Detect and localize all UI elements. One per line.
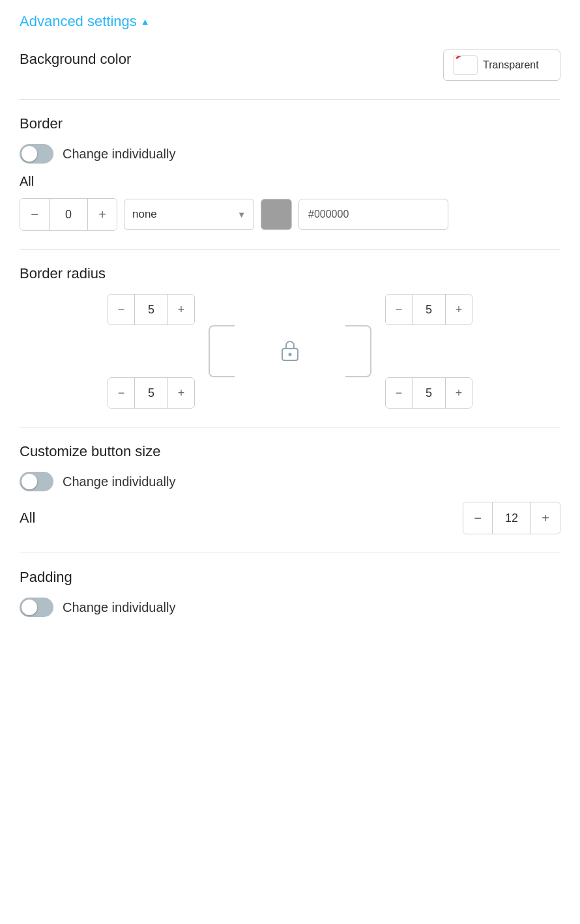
- dropdown-arrow-icon: ▼: [237, 210, 246, 220]
- radius-bottom-right-stepper: − +: [385, 377, 472, 409]
- corner-tr-decoration: [345, 325, 371, 351]
- radius-top-row: − + − +: [108, 294, 472, 325]
- advanced-settings-toggle[interactable]: Advanced settings ▲: [20, 13, 560, 30]
- corner-br-decoration: [345, 351, 371, 377]
- border-width-increment[interactable]: +: [88, 199, 117, 230]
- customize-size-toggle[interactable]: [20, 472, 53, 491]
- corner-tl-decoration: [209, 325, 235, 351]
- border-controls: − + none ▼: [20, 198, 560, 231]
- customize-size-increment[interactable]: +: [531, 502, 560, 534]
- border-section: Border Change individually All − + none …: [20, 115, 560, 231]
- padding-change-individually-toggle[interactable]: [20, 598, 53, 617]
- radius-bottom-row: − + − +: [108, 377, 472, 409]
- radius-bottom-right-increment[interactable]: +: [446, 378, 472, 408]
- radius-bottom-left-input[interactable]: [134, 378, 168, 408]
- border-radius-section: Border radius − + − +: [20, 265, 560, 409]
- divider-4: [20, 553, 560, 553]
- border-change-individually-toggle[interactable]: [20, 144, 53, 164]
- customize-size-stepper: − +: [463, 502, 560, 534]
- radius-top-right-stepper: − +: [385, 294, 472, 325]
- border-width-decrement[interactable]: −: [20, 199, 49, 230]
- divider-2: [20, 249, 560, 250]
- background-color-value: Transparent: [483, 59, 539, 71]
- background-color-picker[interactable]: Transparent: [443, 50, 560, 81]
- padding-section: Padding Change individually: [20, 569, 560, 617]
- border-radius-label: Border radius: [20, 265, 560, 282]
- border-width-stepper: − +: [20, 198, 117, 231]
- radius-lock-icon[interactable]: [280, 338, 300, 364]
- radius-middle: [108, 325, 472, 377]
- radius-top-right-increment[interactable]: +: [446, 295, 472, 325]
- border-color-swatch[interactable]: [261, 199, 292, 230]
- divider-3: [20, 427, 560, 427]
- corner-bl-decoration: [209, 351, 235, 377]
- svg-point-1: [289, 353, 292, 356]
- radius-bottom-right-input[interactable]: [412, 378, 446, 408]
- radius-top-right-decrement[interactable]: −: [386, 295, 412, 325]
- radius-bottom-left-increment[interactable]: +: [168, 378, 194, 408]
- border-section-label: Border: [20, 115, 560, 132]
- transparent-swatch: [453, 55, 478, 75]
- customize-size-decrement[interactable]: −: [463, 502, 492, 534]
- customize-button-size-label: Customize button size: [20, 443, 560, 460]
- border-change-individually-label: Change individually: [63, 147, 175, 162]
- background-color-section: Background color Transparent: [20, 50, 560, 81]
- padding-change-individually-label: Change individually: [63, 600, 175, 615]
- advanced-settings-arrow: ▲: [141, 16, 150, 27]
- radius-top-right-input[interactable]: [412, 295, 446, 325]
- border-style-dropdown[interactable]: none ▼: [124, 199, 254, 230]
- background-color-label: Background color: [20, 51, 131, 68]
- radius-top-left-input[interactable]: [134, 295, 168, 325]
- border-radius-layout: − + − +: [108, 294, 472, 409]
- border-toggle-row: Change individually: [20, 144, 560, 164]
- customize-size-all-row: All − +: [20, 502, 560, 534]
- border-all-label: All: [20, 174, 560, 189]
- divider-1: [20, 99, 560, 100]
- radius-bottom-left-stepper: − +: [108, 377, 195, 409]
- border-width-input[interactable]: [49, 199, 88, 230]
- border-color-hex-input[interactable]: [298, 199, 448, 230]
- radius-top-left-stepper: − +: [108, 294, 195, 325]
- customize-size-toggle-row: Change individually: [20, 472, 560, 491]
- customize-size-toggle-label: Change individually: [63, 474, 175, 489]
- background-color-row: Background color Transparent: [20, 50, 560, 81]
- advanced-settings-label: Advanced settings: [20, 13, 137, 30]
- radius-top-left-decrement[interactable]: −: [108, 295, 134, 325]
- padding-toggle-row: Change individually: [20, 598, 560, 617]
- border-style-value: none: [132, 208, 157, 221]
- padding-section-label: Padding: [20, 569, 560, 586]
- radius-bottom-left-decrement[interactable]: −: [108, 378, 134, 408]
- radius-bottom-right-decrement[interactable]: −: [386, 378, 412, 408]
- customize-button-size-section: Customize button size Change individuall…: [20, 443, 560, 534]
- radius-top-left-increment[interactable]: +: [168, 295, 194, 325]
- customize-size-all-label: All: [20, 510, 35, 527]
- customize-size-input[interactable]: [492, 502, 531, 534]
